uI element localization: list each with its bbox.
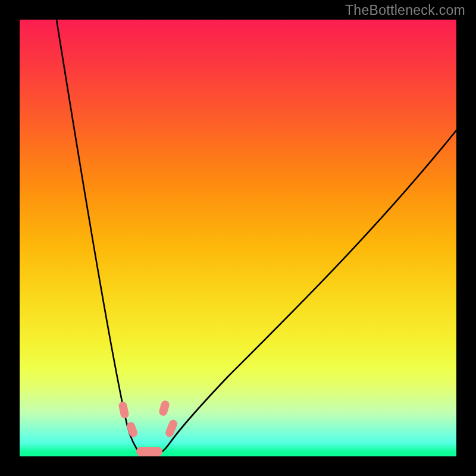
chart-frame: TheBottleneck.com bbox=[0, 0, 476, 476]
curve-right-branch bbox=[161, 130, 456, 452]
bottleneck-curve bbox=[20, 20, 456, 456]
curve-left-branch bbox=[57, 20, 140, 452]
plot-area bbox=[20, 20, 456, 456]
watermark-text: TheBottleneck.com bbox=[345, 2, 465, 18]
curve-marker-4 bbox=[136, 447, 162, 456]
